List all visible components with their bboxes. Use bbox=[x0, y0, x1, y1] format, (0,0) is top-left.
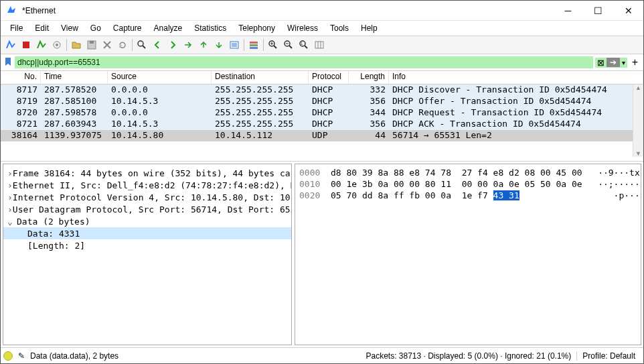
open-file-icon[interactable] bbox=[69, 38, 84, 52]
packet-list-header[interactable]: No. Time Source Destination Protocol Len… bbox=[1, 71, 643, 84]
maximize-button[interactable]: ☐ bbox=[583, 1, 613, 20]
minimize-button[interactable]: ─ bbox=[553, 1, 583, 20]
packet-bytes-pane[interactable]: 0000 d8 80 39 8a 88 e8 74 78 27 f4 e8 d2… bbox=[295, 164, 641, 345]
menu-go[interactable]: Go bbox=[85, 22, 106, 34]
col-length[interactable]: Length bbox=[349, 71, 389, 84]
clear-filter-icon[interactable]: ⊠ bbox=[597, 58, 605, 68]
close-button[interactable]: ✕ bbox=[613, 1, 643, 20]
packet-row[interactable]: 8719287.58510010.14.5.3255.255.255.255DH… bbox=[1, 96, 643, 107]
close-file-icon[interactable] bbox=[100, 38, 114, 52]
svg-line-15 bbox=[274, 46, 276, 48]
packet-details-pane[interactable]: ›Frame 38164: 44 bytes on wire (352 bits… bbox=[3, 164, 292, 345]
col-source[interactable]: Source bbox=[108, 71, 212, 84]
zoom-in-icon[interactable] bbox=[266, 38, 280, 52]
svg-rect-12 bbox=[250, 44, 258, 46]
restart-capture-icon[interactable] bbox=[34, 38, 49, 52]
menu-statistics[interactable]: Statistics bbox=[189, 22, 232, 34]
svg-rect-4 bbox=[90, 41, 94, 44]
svg-line-22 bbox=[305, 46, 307, 48]
svg-line-6 bbox=[143, 46, 145, 48]
tree-data-length[interactable]: [Length: 2] bbox=[3, 239, 291, 251]
menu-help[interactable]: Help bbox=[355, 22, 383, 34]
packet-row[interactable]: 8721287.60394310.14.5.3255.255.255.255DH… bbox=[1, 119, 643, 130]
packet-row[interactable]: 8717287.5785200.0.0.0255.255.255.255DHCP… bbox=[1, 84, 643, 96]
svg-point-2 bbox=[56, 44, 58, 46]
svg-rect-24 bbox=[315, 42, 323, 48]
menu-view[interactable]: View bbox=[56, 22, 84, 34]
menu-tools[interactable]: Tools bbox=[325, 22, 354, 34]
go-back-icon[interactable] bbox=[150, 38, 165, 52]
packet-list-pane: No. Time Source Destination Protocol Len… bbox=[1, 71, 643, 157]
svg-rect-13 bbox=[250, 47, 258, 49]
status-field: Data (data.data), 2 bytes bbox=[30, 351, 118, 361]
svg-rect-11 bbox=[250, 42, 258, 44]
packet-list-body[interactable]: 8717287.5785200.0.0.0255.255.255.255DHCP… bbox=[1, 84, 643, 157]
colorize-icon[interactable] bbox=[246, 38, 261, 52]
menu-wireless[interactable]: Wireless bbox=[282, 22, 323, 34]
apply-filter-icon[interactable]: ➔ bbox=[607, 58, 620, 67]
save-file-icon[interactable] bbox=[84, 38, 99, 52]
svg-rect-0 bbox=[23, 42, 29, 48]
display-filter-input[interactable] bbox=[15, 56, 593, 68]
tree-ethernet[interactable]: ›Ethernet II, Src: Dell_f4:e8:d2 (74:78:… bbox=[3, 179, 291, 191]
add-filter-button[interactable]: + bbox=[629, 56, 641, 68]
window-title: *Ethernet bbox=[22, 6, 56, 15]
start-capture-icon[interactable] bbox=[3, 38, 18, 52]
svg-point-5 bbox=[138, 41, 143, 46]
reload-icon[interactable] bbox=[115, 38, 130, 52]
packet-row[interactable]: 381641139.93707510.14.5.8010.14.5.112UDP… bbox=[1, 130, 643, 141]
svg-line-19 bbox=[289, 46, 292, 48]
tree-frame[interactable]: ›Frame 38164: 44 bytes on wire (352 bits… bbox=[3, 167, 291, 179]
tree-ip[interactable]: ›Internet Protocol Version 4, Src: 10.14… bbox=[3, 191, 291, 203]
tree-udp[interactable]: ›User Datagram Protocol, Src Port: 56714… bbox=[3, 203, 291, 215]
capture-options-icon[interactable] bbox=[50, 38, 64, 52]
go-last-icon[interactable] bbox=[212, 38, 226, 52]
zoom-reset-icon[interactable]: 1 bbox=[297, 38, 311, 52]
col-no[interactable]: No. bbox=[1, 71, 41, 84]
menu-telephony[interactable]: Telephony bbox=[233, 22, 280, 34]
menu-edit[interactable]: Edit bbox=[29, 22, 54, 34]
menu-analyze[interactable]: Analyze bbox=[149, 22, 188, 34]
auto-scroll-icon[interactable] bbox=[227, 38, 242, 52]
packet-row[interactable]: 8720287.5985780.0.0.0255.255.255.255DHCP… bbox=[1, 107, 643, 119]
filter-history-dropdown-icon[interactable]: ▾ bbox=[622, 59, 625, 66]
menu-file[interactable]: File bbox=[5, 22, 28, 34]
toolbar: 1 bbox=[1, 36, 643, 54]
col-info[interactable]: Info bbox=[389, 71, 643, 84]
go-forward-icon[interactable] bbox=[165, 38, 180, 52]
app-shark-icon bbox=[6, 4, 17, 17]
resize-columns-icon[interactable] bbox=[312, 38, 327, 52]
filter-bookmark-icon[interactable] bbox=[3, 57, 13, 68]
bottom-panes: ›Frame 38164: 44 bytes on wire (352 bits… bbox=[1, 161, 643, 347]
menu-capture[interactable]: Capture bbox=[108, 22, 147, 34]
go-to-packet-icon[interactable] bbox=[181, 38, 195, 52]
col-proto[interactable]: Protocol bbox=[309, 71, 349, 84]
tree-data-value[interactable]: Data: 4331 bbox=[3, 227, 291, 239]
find-packet-icon[interactable] bbox=[135, 38, 149, 52]
go-first-icon[interactable] bbox=[196, 38, 211, 52]
packet-list-scrollbar[interactable] bbox=[633, 84, 643, 157]
zoom-out-icon[interactable] bbox=[281, 38, 296, 52]
status-profile[interactable]: Profile: Default bbox=[577, 351, 641, 361]
edit-icon[interactable]: ✎ bbox=[18, 351, 25, 361]
status-packets: Packets: 38713 · Displayed: 5 (0.0%) · I… bbox=[360, 351, 577, 361]
tree-data-header[interactable]: ⌄Data (2 bytes) bbox=[3, 215, 291, 227]
titlebar: *Ethernet ─ ☐ ✕ bbox=[1, 1, 643, 21]
stop-capture-icon[interactable] bbox=[19, 38, 33, 52]
col-time[interactable]: Time bbox=[41, 71, 108, 84]
statusbar: ✎ Data (data.data), 2 bytes Packets: 387… bbox=[1, 347, 643, 363]
menubar: File Edit View Go Capture Analyze Statis… bbox=[1, 21, 643, 36]
svg-text:1: 1 bbox=[301, 42, 303, 46]
col-dest[interactable]: Destination bbox=[212, 71, 309, 84]
display-filter-bar: ⊠ ➔ ▾ + bbox=[1, 54, 643, 71]
expert-info-icon[interactable] bbox=[3, 351, 13, 361]
